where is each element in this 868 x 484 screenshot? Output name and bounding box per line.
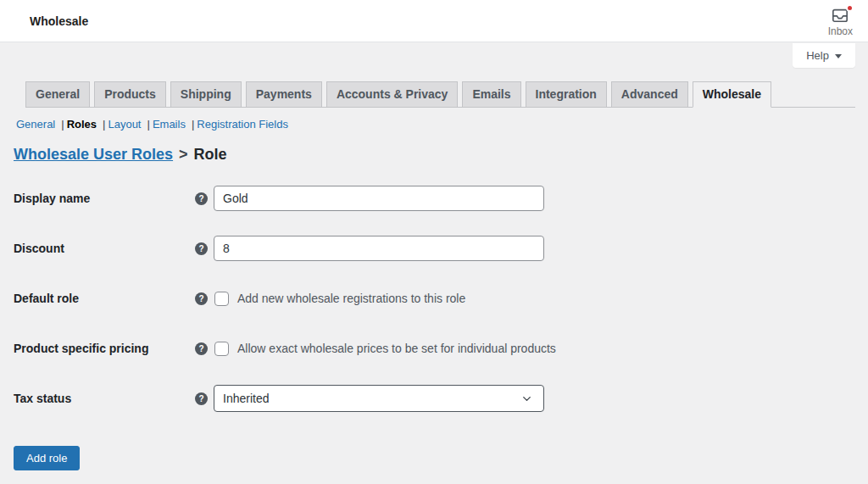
form-row-tax-status: Tax status Inherited (14, 386, 868, 411)
display-name-input[interactable] (214, 186, 544, 211)
display-name-label: Display name (14, 192, 195, 205)
product-specific-pricing-checkbox-label[interactable]: Allow exact wholesale prices to be set f… (237, 342, 556, 355)
notification-dot-icon (846, 4, 854, 12)
inbox-label: Inbox (828, 25, 853, 37)
inbox-button[interactable]: Inbox (828, 4, 853, 37)
help-icon[interactable] (195, 392, 208, 405)
settings-tabs: General Products Shipping Payments Accou… (25, 81, 855, 108)
help-icon[interactable] (195, 342, 208, 355)
wholesale-settings-page: Wholesale Inbox Help General Products Sh… (0, 0, 868, 470)
tab-payments[interactable]: Payments (246, 81, 322, 108)
help-label: Help (806, 49, 829, 62)
tab-emails[interactable]: Emails (462, 81, 520, 108)
breadcrumb-current: Role (194, 146, 227, 163)
help-button[interactable]: Help (793, 43, 855, 68)
tab-advanced[interactable]: Advanced (611, 81, 688, 108)
tab-products[interactable]: Products (94, 81, 166, 108)
tax-status-select[interactable]: Inherited (214, 385, 544, 412)
tab-general[interactable]: General (25, 81, 90, 108)
subnav-separator: | (147, 118, 149, 131)
subnav-item-general[interactable]: General (16, 118, 55, 131)
subnav-item-emails[interactable]: Emails (153, 118, 186, 131)
discount-label: Discount (14, 242, 195, 255)
inbox-icon (831, 7, 849, 24)
form-row-display-name: Display name (14, 186, 868, 211)
wholesale-subnav: General|Roles|Layout|Emails|Registration… (0, 108, 868, 131)
breadcrumb-separator: > (179, 146, 188, 163)
form-row-product-specific-pricing: Product specific pricing Allow exact who… (14, 336, 868, 361)
form-row-discount: Discount (14, 236, 868, 261)
subnav-separator: | (61, 118, 64, 131)
form-row-default-role: Default role Add new wholesale registrat… (14, 286, 868, 311)
help-icon[interactable] (195, 242, 208, 255)
help-icon[interactable] (195, 192, 208, 205)
discount-input[interactable] (214, 236, 544, 261)
page-title: Wholesale (30, 14, 88, 28)
default-role-label: Default role (14, 292, 195, 305)
help-icon[interactable] (195, 292, 208, 305)
chevron-down-icon (835, 54, 842, 58)
subnav-separator: | (103, 118, 105, 131)
subnav-item-layout[interactable]: Layout (108, 118, 141, 131)
tab-shipping[interactable]: Shipping (170, 81, 242, 108)
chevron-down-icon (520, 392, 533, 405)
default-role-checkbox[interactable] (214, 292, 229, 306)
default-role-checkbox-label[interactable]: Add new wholesale registrations to this … (237, 292, 465, 305)
subnav-item-roles[interactable]: Roles (67, 118, 97, 131)
subnav-item-registration-fields[interactable]: Registration Fields (197, 118, 288, 131)
tab-integration[interactable]: Integration (526, 81, 607, 108)
subnav-separator: | (192, 118, 194, 131)
tab-wholesale[interactable]: Wholesale (693, 81, 771, 108)
add-role-button[interactable]: Add role (14, 446, 80, 470)
tax-status-label: Tax status (14, 392, 195, 405)
role-form: Display name Discount Default role Add n… (14, 186, 868, 470)
tab-accounts-privacy[interactable]: Accounts & Privacy (326, 81, 459, 108)
tax-status-selected-value: Inherited (223, 392, 269, 405)
breadcrumb: Wholesale User Roles>Role (14, 146, 868, 164)
product-specific-pricing-label: Product specific pricing (14, 342, 195, 355)
top-bar: Wholesale Inbox (0, 0, 868, 42)
breadcrumb-link-wholesale-user-roles[interactable]: Wholesale User Roles (14, 146, 173, 163)
product-specific-pricing-checkbox[interactable] (214, 342, 229, 356)
